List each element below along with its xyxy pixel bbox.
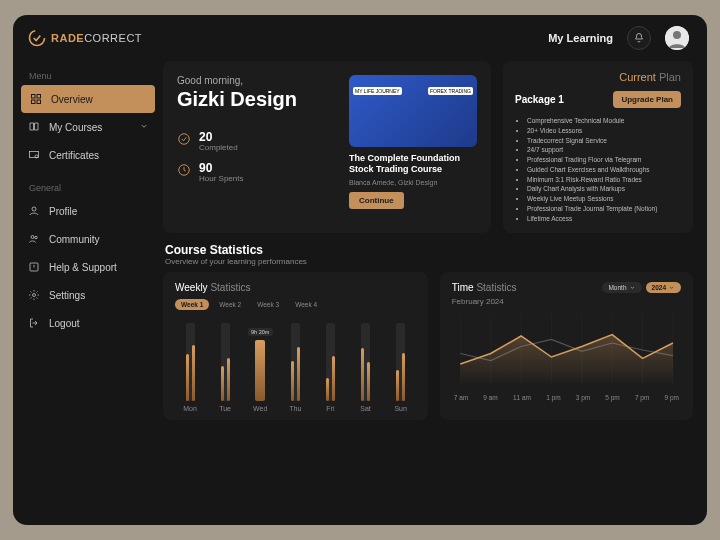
package-name: Package 1 xyxy=(515,94,564,105)
sidebar-item-label: Logout xyxy=(49,318,80,329)
course-stats-subtitle: Overview of your learning performances xyxy=(165,257,693,266)
time-label: 1 pm xyxy=(546,394,560,401)
stat-label: Completed xyxy=(199,143,238,152)
sidebar-item-label: Certificates xyxy=(49,150,99,161)
sidebar-item-logout[interactable]: Logout xyxy=(13,309,163,337)
bar-label: Sun xyxy=(394,405,406,412)
stat-completed: 20Completed xyxy=(177,131,333,152)
sidebar-item-label: Help & Support xyxy=(49,262,117,273)
sidebar-section-menu: Menu xyxy=(13,67,163,85)
sidebar-item-settings[interactable]: Settings xyxy=(13,281,163,309)
weekly-stats-card: Weekly Statistics Week 1Week 2Week 3Week… xyxy=(163,272,428,420)
svg-point-0 xyxy=(30,31,45,46)
svg-rect-7 xyxy=(30,152,39,158)
plan-feature: Comprehensive Technical Module xyxy=(527,116,681,126)
sidebar-item-profile[interactable]: Profile xyxy=(13,197,163,225)
sidebar-item-label: Profile xyxy=(49,206,77,217)
bar-column: Tue xyxy=(212,323,238,412)
chevron-down-icon xyxy=(668,284,675,291)
bar-label: Mon xyxy=(183,405,197,412)
stat-hours: 90Hour Spents xyxy=(177,162,333,183)
continue-button[interactable]: Continue xyxy=(349,192,404,209)
svg-point-9 xyxy=(32,207,36,211)
svg-rect-3 xyxy=(32,95,36,99)
hero-card: Good morning, Gizki Design 20Completed 9… xyxy=(163,61,491,233)
logout-icon xyxy=(27,316,41,330)
svg-point-11 xyxy=(35,236,38,239)
course-thumbnail[interactable] xyxy=(349,75,477,147)
gear-icon xyxy=(27,288,41,302)
chevron-down-icon xyxy=(139,121,149,133)
time-stats-card: Time Statistics Month 2024 February 2024… xyxy=(440,272,693,420)
stat-label: Hour Spents xyxy=(199,174,243,183)
svg-point-14 xyxy=(179,134,190,145)
avatar[interactable] xyxy=(665,26,689,50)
svg-rect-6 xyxy=(37,100,41,104)
time-year-select[interactable]: 2024 xyxy=(646,282,681,293)
time-label: 11 am xyxy=(513,394,531,401)
stat-value: 90 xyxy=(199,162,243,174)
week-pill[interactable]: Week 3 xyxy=(251,299,285,310)
bar-tooltip: 9h 20m xyxy=(248,328,272,336)
plan-feature: Professional Trading Floor via Telegram xyxy=(527,155,681,165)
week-pill[interactable]: Week 4 xyxy=(289,299,323,310)
svg-point-2 xyxy=(673,31,681,39)
plan-card: Current Plan Package 1 Upgrade Plan Comp… xyxy=(503,61,693,233)
svg-rect-4 xyxy=(37,95,41,99)
time-mode-select[interactable]: Month xyxy=(602,282,641,293)
sidebar-item-help[interactable]: Help & Support xyxy=(13,253,163,281)
bar-column: Thu xyxy=(282,323,308,412)
bar-label: Tue xyxy=(219,405,231,412)
plan-feature: Guided Chart Exercises and Walkthroughs xyxy=(527,165,681,175)
my-learning-link[interactable]: My Learning xyxy=(548,32,613,44)
course-title: The Complete Foundation Stock Trading Co… xyxy=(349,153,477,175)
notifications-button[interactable] xyxy=(627,26,651,50)
bar-label: Fri xyxy=(326,405,334,412)
bar-label: Sat xyxy=(360,405,371,412)
users-icon xyxy=(27,232,41,246)
sidebar: Menu Overview My Courses Certificates Ge… xyxy=(13,61,163,525)
sidebar-item-label: Community xyxy=(49,234,100,245)
help-icon xyxy=(27,260,41,274)
time-label: 7 pm xyxy=(635,394,649,401)
week-pill[interactable]: Week 2 xyxy=(213,299,247,310)
check-icon xyxy=(177,132,191,146)
time-label: 9 am xyxy=(483,394,497,401)
time-subtitle: February 2024 xyxy=(452,297,681,306)
bar-column: Sun xyxy=(388,323,414,412)
sidebar-item-label: Settings xyxy=(49,290,85,301)
sidebar-item-label: Overview xyxy=(51,94,93,105)
time-chart: 7 am9 am11 am1 pm3 pm5 pm7 pm9 pm xyxy=(452,310,681,406)
time-label: 7 am xyxy=(454,394,468,401)
sidebar-item-overview[interactable]: Overview xyxy=(21,85,155,113)
avatar-icon xyxy=(665,26,689,50)
plan-feature: Daily Chart Analysis with Markups xyxy=(527,184,681,194)
stat-value: 20 xyxy=(199,131,238,143)
sidebar-item-community[interactable]: Community xyxy=(13,225,163,253)
plan-feature: Tradecorrect Signal Service xyxy=(527,136,681,146)
sidebar-section-general: General xyxy=(13,179,163,197)
greeting: Good morning, xyxy=(177,75,333,86)
clock-icon xyxy=(177,163,191,177)
sidebar-item-my-courses[interactable]: My Courses xyxy=(13,113,163,141)
chevron-down-icon xyxy=(629,284,636,291)
time-label: 9 pm xyxy=(665,394,679,401)
plan-feature: Minimum 3:1 Risk-Reward Ratio Trades xyxy=(527,175,681,185)
time-label: 5 pm xyxy=(605,394,619,401)
logo-text: RADECORRECT xyxy=(51,32,142,44)
bar-label: Wed xyxy=(253,405,267,412)
sidebar-item-label: My Courses xyxy=(49,122,102,133)
logo[interactable]: RADECORRECT xyxy=(27,28,142,48)
sidebar-item-certificates[interactable]: Certificates xyxy=(13,141,163,169)
upgrade-button[interactable]: Upgrade Plan xyxy=(613,91,681,108)
grid-icon xyxy=(29,92,43,106)
bar-label: Thu xyxy=(289,405,301,412)
book-icon xyxy=(27,120,41,134)
bell-icon xyxy=(633,32,645,44)
user-name: Gizki Design xyxy=(177,88,333,111)
svg-point-10 xyxy=(31,236,34,239)
week-pill[interactable]: Week 1 xyxy=(175,299,209,310)
course-author: Bianca Amede, Gizki Design xyxy=(349,179,477,186)
user-icon xyxy=(27,204,41,218)
weekly-title: Weekly Statistics xyxy=(175,282,416,293)
